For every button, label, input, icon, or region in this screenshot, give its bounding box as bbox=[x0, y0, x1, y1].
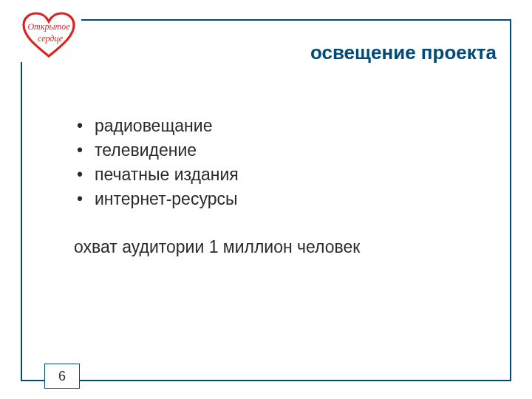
logo-text-1: Открытое bbox=[27, 21, 70, 32]
list-item: телевидение bbox=[74, 139, 488, 162]
logo: Открытое сердце bbox=[16, 10, 81, 62]
list-item: печатные издания bbox=[74, 163, 488, 186]
logo-text-2: сердце bbox=[38, 33, 64, 44]
page-title: освещение проекта bbox=[310, 41, 497, 64]
page-number: 6 bbox=[44, 364, 80, 389]
summary-text: охват аудитории 1 миллион человек bbox=[74, 236, 488, 259]
list-item: интернет-ресурсы bbox=[74, 188, 488, 211]
list-item: радиовещание bbox=[74, 115, 488, 137]
bullet-list: радиовещание телевидение печатные издани… bbox=[74, 115, 488, 211]
content-area: радиовещание телевидение печатные издани… bbox=[74, 115, 488, 259]
heart-icon: Открытое сердце bbox=[19, 10, 78, 62]
